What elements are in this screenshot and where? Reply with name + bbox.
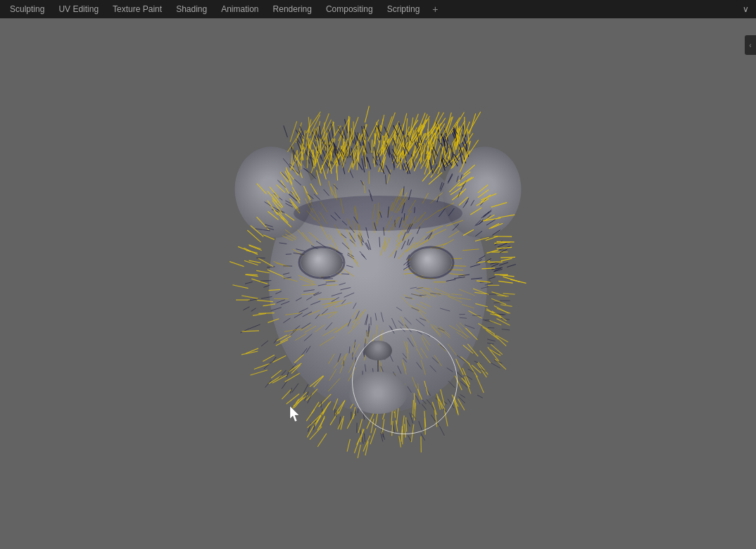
add-tab-button[interactable]: +	[427, 2, 443, 16]
topbar: Sculpting UV Editing Texture Paint Shadi…	[0, 0, 756, 18]
tab-texture-paint[interactable]: Texture Paint	[106, 2, 169, 16]
topbar-chevron-icon[interactable]: ∨	[738, 3, 753, 15]
side-panel-toggle[interactable]: ‹	[745, 35, 756, 55]
tab-rendering[interactable]: Rendering	[266, 2, 319, 16]
tab-animation[interactable]: Animation	[214, 2, 265, 16]
sculpt-canvas[interactable]	[181, 81, 575, 503]
viewport[interactable]	[0, 18, 756, 549]
tab-sculpting[interactable]: Sculpting	[3, 2, 51, 16]
side-arrow-icon: ‹	[749, 42, 751, 49]
tab-compositing[interactable]: Compositing	[319, 2, 380, 16]
tab-uv-editing[interactable]: UV Editing	[51, 2, 106, 16]
tab-scripting[interactable]: Scripting	[380, 2, 427, 16]
tab-shading[interactable]: Shading	[169, 2, 214, 16]
